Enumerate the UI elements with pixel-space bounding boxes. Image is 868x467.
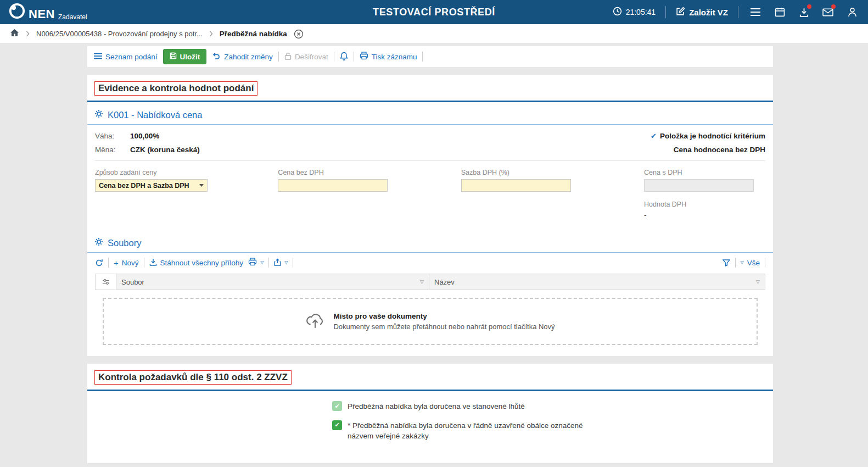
dropdown-triangle-icon: ▽ [260, 260, 264, 265]
kriterium-flag-label: Položka je hodnotící kritérium [660, 132, 765, 140]
discard-changes-label: Zahodit změny [224, 53, 273, 61]
separator [268, 258, 269, 268]
separator [278, 52, 279, 62]
column-header-nazev[interactable]: Název ▽ [429, 274, 765, 290]
logo-text: NEN [29, 7, 55, 21]
app-header: NEN Zadavatel TESTOVACÍ PROSTŘEDÍ 21:05:… [0, 0, 868, 24]
filter-button[interactable] [723, 259, 730, 266]
user-icon[interactable] [845, 5, 859, 19]
refresh-button[interactable] [95, 259, 103, 267]
notifications-button[interactable] [340, 52, 348, 62]
chevron-right-icon [26, 29, 30, 39]
dropdown-triangle-icon: ▽ [741, 260, 744, 265]
mena-label: Měna: [95, 146, 130, 154]
files-table-header: Soubor ▽ Název ▽ [95, 274, 765, 290]
chevron-right-icon [209, 29, 213, 39]
checkbox-sealed-envelope[interactable]: ✔ [332, 420, 342, 430]
vaha-label: Váha: [95, 132, 130, 140]
zalozit-vz-button[interactable]: Založit VZ [676, 7, 728, 18]
vaha-value: 100,00% [130, 132, 159, 140]
sazba-dph-label: Sazba DPH (%) [461, 169, 644, 176]
price-mode-value: Cena bez DPH a Sazba DPH [99, 182, 189, 190]
separator [665, 6, 666, 18]
k001-title: K001 - Nabídková cena [108, 110, 202, 120]
clock-display: 21:05:41 [613, 7, 656, 18]
dropzone-subtitle: Dokumenty sem můžete přetáhnout nebo nah… [333, 323, 555, 331]
discard-changes-button[interactable]: Zahodit změny [212, 52, 273, 61]
upload-cloud-icon [305, 312, 325, 331]
zalozit-vz-label: Založit VZ [689, 8, 728, 17]
vaha-row: Váha: 100,00% ✔ Položka je hodnotící kri… [87, 129, 773, 143]
decrypt-button[interactable]: Dešifrovat [284, 52, 328, 62]
kontrola-section-title: Kontrola požadavků dle § 110 odst. 2 ZZV… [94, 370, 292, 385]
cogs-icon [94, 109, 103, 120]
seznam-podani-button[interactable]: Seznam podání [94, 53, 158, 61]
soubory-title: Soubory [108, 238, 141, 248]
seznam-podani-label: Seznam podání [105, 53, 158, 61]
kontrola-card: Kontrola požadavků dle § 110 odst. 2 ZZV… [87, 364, 773, 463]
separator [765, 258, 765, 268]
save-label: Uložit [180, 53, 200, 61]
filter-vse-button[interactable]: ▽ Vše [741, 259, 760, 267]
filter-triangle-icon[interactable]: ▽ [756, 280, 760, 285]
notification-badge [831, 4, 836, 9]
sazba-dph-input[interactable] [461, 179, 571, 192]
price-mode-select[interactable]: Cena bez DPH a Sazba DPH [95, 179, 208, 192]
mena-row: Měna: CZK (koruna česká) Cena hodnocena … [87, 143, 773, 157]
new-file-button[interactable]: + Nový [114, 258, 139, 268]
cena-bez-dph-label: Cena bez DPH [278, 169, 461, 176]
print-files-button[interactable]: ▽ [248, 258, 264, 268]
export-icon [274, 258, 281, 268]
messages-icon[interactable] [821, 5, 835, 19]
kontrola-checklist: ✔ Předběžná nabídka byla doručena ve sta… [87, 391, 773, 463]
evidence-section-title: Evidence a kontrola hodnot podání [94, 81, 257, 96]
list-icon [94, 53, 102, 61]
print-record-button[interactable]: Tisk záznamu [360, 52, 417, 62]
calendar-icon[interactable] [772, 5, 787, 19]
check-icon: ✔ [651, 132, 657, 140]
separator [738, 6, 738, 18]
cogs-icon [94, 237, 103, 248]
check-label-sealed-envelope: * Předběžná nabídka byla doručena v řádn… [348, 420, 585, 442]
separator [735, 258, 736, 268]
download-icon [149, 258, 157, 268]
separator [354, 52, 354, 62]
environment-title: TESTOVACÍ PROSTŘEDÍ [373, 7, 495, 18]
check-row-delivered-on-time: ✔ Předběžná nabídka byla doručena ve sta… [332, 401, 773, 412]
files-toolbar: + Nový Stáhnout všechny přílohy ▽ [87, 253, 773, 273]
check-label-delivered-on-time: Předběžná nabídka byla doručena ve stano… [348, 401, 525, 412]
separator [293, 258, 293, 268]
chevron-down-icon [199, 184, 204, 187]
column-header-soubor[interactable]: Soubor ▽ [116, 274, 429, 290]
filter-triangle-icon[interactable]: ▽ [420, 280, 424, 285]
record-toolbar: Seznam podání Uložit Zahodit změny Dešif… [87, 46, 773, 67]
column-settings-button[interactable] [96, 274, 116, 290]
price-form: Způsob zadání ceny Cena bez DPH a Sazba … [87, 161, 773, 221]
hodnota-dph-label: Hodnota DPH [644, 201, 765, 208]
decrypt-label: Dešifrovat [295, 53, 328, 61]
edit-icon [676, 7, 685, 18]
cena-bez-dph-input[interactable] [278, 179, 388, 192]
download-all-attachments-button[interactable]: Stáhnout všechny přílohy [149, 258, 244, 268]
notification-badge [807, 4, 811, 9]
checkbox-delivered-on-time[interactable]: ✔ [332, 401, 342, 411]
menu-icon[interactable] [748, 5, 763, 19]
separator [144, 258, 144, 268]
cena-s-dph-label: Cena s DPH [644, 169, 765, 176]
dropdown-triangle-icon: ▽ [284, 260, 288, 265]
breadcrumb-contract[interactable]: N006/25/V00005438 - Provozování prodejny… [36, 30, 203, 38]
current-time: 21:05:41 [626, 8, 656, 16]
home-icon[interactable] [10, 29, 19, 39]
file-dropzone[interactable]: Místo pro vaše dokumenty Dokumenty sem m… [103, 298, 758, 345]
print-record-label: Tisk záznamu [372, 53, 417, 61]
hodnocena-flag: Cena hodnocena bez DPH [674, 146, 765, 154]
export-button[interactable]: ▽ [274, 258, 288, 268]
printer-icon [360, 52, 368, 62]
nen-logo[interactable]: NEN Zadavatel [9, 3, 87, 21]
undo-icon [212, 52, 221, 61]
close-tab-icon[interactable] [294, 29, 304, 39]
logo-subtitle: Zadavatel [58, 13, 87, 21]
save-button[interactable]: Uložit [163, 49, 207, 64]
downloads-icon[interactable] [797, 5, 811, 19]
separator [334, 52, 334, 62]
